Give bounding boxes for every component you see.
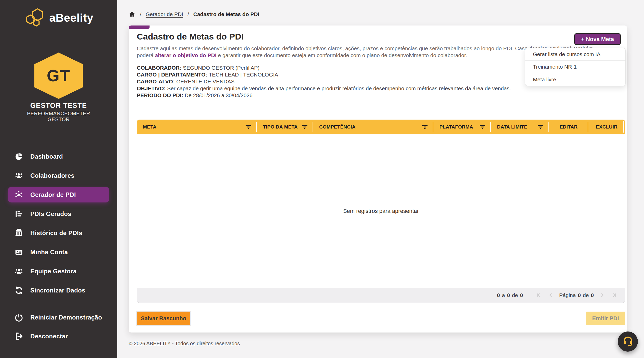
id-card-icon: [15, 248, 23, 257]
bar-chart-icon: [15, 210, 23, 218]
card-accent-bar: [129, 25, 150, 29]
info-row-cargo-alvo: CARGO-ALVO:GERENTE DE VENDAS: [137, 78, 511, 85]
page-description-line2: poderá alterar o objetivo do PDI e garan…: [137, 52, 593, 59]
sidebar: aBeelity GT GESTOR TESTE PERFORMANCEOMET…: [0, 0, 117, 358]
first-page-button[interactable]: [534, 291, 543, 300]
nova-meta-button[interactable]: + Nova Meta: [574, 33, 621, 45]
salvar-rascunho-button[interactable]: Salvar Rascunho: [137, 312, 190, 325]
column-header-plataforma: PLATAFORMA: [433, 120, 491, 134]
nova-meta-dropdown: Gerar lista de cursos com IA Treinamento…: [525, 48, 626, 86]
emitir-pdi-button[interactable]: Emitir PDI: [586, 312, 625, 325]
avatar-initials: GT: [47, 66, 71, 85]
info-row-periodo: PERÍODO DO PDI:De 28/01/2026 a 30/04/202…: [137, 92, 511, 99]
table-pagination: 0a0de0 Página0de0: [137, 288, 625, 303]
metas-table: META TIPO DA META COMPETÊNCIA PLATAFORMA…: [137, 120, 625, 303]
empty-state-message: Sem registros para apresentar: [343, 208, 419, 214]
column-header-data-limite: DATA LIMITE: [491, 120, 549, 134]
sidebar-item-reiniciar-demonstracao[interactable]: Reiniciar Demonstração: [8, 310, 109, 325]
sidebar-item-historico-de-pdis[interactable]: Histórico de PDIs: [8, 225, 109, 241]
table-header: META TIPO DA META COMPETÊNCIA PLATAFORMA…: [137, 120, 625, 134]
sidebar-item-pdis-gerados[interactable]: PDIs Gerados: [8, 206, 109, 222]
logout-icon: [15, 332, 23, 341]
hexagons-logo-icon: [24, 8, 46, 28]
pdi-info-block: COLABORADOR:SEGUNDO GESTOR (Perfil AP) C…: [137, 64, 511, 99]
hub-icon: [15, 190, 23, 199]
filter-icon[interactable]: [537, 123, 544, 131]
user-role-line2: GESTOR: [0, 117, 117, 122]
sidebar-item-colaboradores[interactable]: Colaboradores: [8, 168, 109, 183]
filter-icon[interactable]: [479, 123, 486, 131]
table-body: Sem registros para apresentar: [137, 134, 625, 288]
people-icon: [15, 171, 23, 180]
home-icon[interactable]: [129, 11, 136, 18]
breadcrumb-current: Cadastro de Metas do PDI: [193, 11, 259, 17]
copyright-text: © 2026 ABEELITY - Todos os direitos rese…: [129, 341, 240, 347]
alterar-objetivo-link[interactable]: alterar o objetivo do PDI: [155, 52, 217, 58]
sidebar-menu: Dashboard Colaboradores Gerador de PDI: [0, 149, 117, 302]
breadcrumb-link-gerador-de-pdi[interactable]: Gerador de PDI: [146, 11, 183, 17]
user-role: PERFORMANCEOMETER GESTOR: [0, 111, 117, 122]
column-header-competencia: COMPETÊNCIA: [313, 120, 433, 134]
pagination-page-label: Página0de0: [558, 292, 595, 298]
column-header-meta: META: [137, 120, 257, 134]
dropdown-item-gerar-lista-ia[interactable]: Gerar lista de cursos com IA: [525, 48, 625, 61]
filter-icon[interactable]: [301, 123, 308, 131]
breadcrumb-separator: /: [140, 11, 141, 17]
column-header-excluir: EXCLUIR: [588, 120, 625, 134]
column-header-editar: EDITAR: [549, 120, 588, 134]
sidebar-item-equipe-gestora[interactable]: Equipe Gestora: [8, 263, 109, 279]
sync-icon: [15, 286, 23, 295]
column-header-tipo-da-meta: TIPO DA META: [257, 120, 313, 134]
user-role-line1: PERFORMANCEOMETER: [0, 111, 117, 117]
support-fab-button[interactable]: [618, 331, 638, 352]
page-description-line1: Cadastre aqui as metas de desenvolviment…: [137, 45, 593, 52]
sidebar-menu-bottom: Reiniciar Demonstração Desconectar: [0, 310, 117, 347]
last-page-button[interactable]: [610, 291, 619, 300]
sidebar-item-sincronizar-dados[interactable]: Sincronizar Dados: [8, 283, 109, 298]
people-icon: [15, 267, 23, 276]
headset-icon: [622, 335, 634, 348]
power-icon: [15, 313, 23, 322]
sidebar-item-gerador-de-pdi[interactable]: Gerador de PDI: [8, 187, 109, 202]
previous-page-button[interactable]: [546, 291, 555, 300]
info-row-cargo-departamento: CARGO | DEPARTAMENTO:TECH LEAD | TECNOLO…: [137, 71, 511, 78]
next-page-button[interactable]: [598, 291, 607, 300]
info-row-colaborador: COLABORADOR:SEGUNDO GESTOR (Perfil AP): [137, 64, 511, 71]
brand-logo: aBeelity: [0, 8, 117, 28]
sidebar-item-desconectar[interactable]: Desconectar: [8, 328, 109, 344]
dropdown-item-meta-livre[interactable]: Meta livre: [525, 73, 625, 86]
pie-chart-icon: [15, 152, 23, 161]
brand-name: aBeelity: [49, 11, 93, 24]
pagination-summary: 0a0de0: [496, 292, 524, 298]
page-description: Cadastre aqui as metas de desenvolviment…: [137, 45, 593, 59]
bank-icon: [15, 229, 23, 237]
avatar: GT: [34, 53, 83, 99]
table-scrollbar-thumb[interactable]: [623, 121, 624, 133]
dropdown-item-treinamento-nr1[interactable]: Treinamento NR-1: [525, 61, 625, 73]
info-row-objetivo: OBJETIVO:Ser capaz de gerir uma equipe d…: [137, 85, 511, 92]
user-name: GESTOR TESTE: [0, 102, 117, 110]
filter-icon[interactable]: [421, 123, 429, 131]
main-card: Cadastro de Metas do PDI Cadastre aqui a…: [129, 25, 627, 333]
page-title: Cadastro de Metas do PDI: [137, 32, 244, 42]
filter-icon[interactable]: [245, 123, 252, 131]
breadcrumb: / Gerador de PDI / Cadastro de Metas do …: [129, 11, 259, 18]
sidebar-item-minha-conta[interactable]: Minha Conta: [8, 244, 109, 260]
breadcrumb-separator: /: [187, 11, 189, 17]
sidebar-item-dashboard[interactable]: Dashboard: [8, 149, 109, 164]
